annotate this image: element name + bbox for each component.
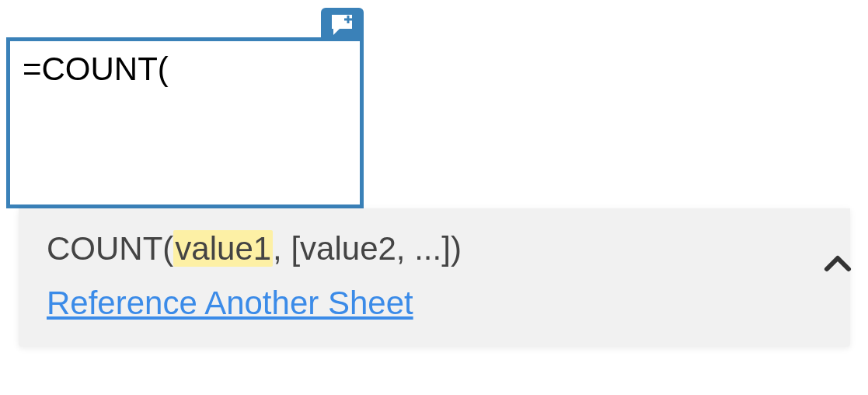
reference-another-sheet-link[interactable]: Reference Another Sheet [47, 285, 413, 322]
add-comment-button[interactable] [321, 8, 364, 41]
formula-tooltip: COUNT(value1, [value2, ...]) Reference A… [19, 208, 850, 347]
formula-input-text: =COUNT( [23, 51, 169, 87]
open-paren: ( [162, 230, 173, 267]
current-argument: value1 [173, 230, 273, 267]
formula-name: COUNT [47, 230, 162, 267]
comment-add-icon [330, 13, 355, 37]
formula-cell-editor[interactable]: =COUNT( [6, 37, 364, 208]
chevron-up-icon [822, 249, 853, 280]
formula-syntax: COUNT(value1, [value2, ...]) [47, 230, 462, 267]
remaining-arguments: , [value2, ...]) [273, 230, 462, 267]
